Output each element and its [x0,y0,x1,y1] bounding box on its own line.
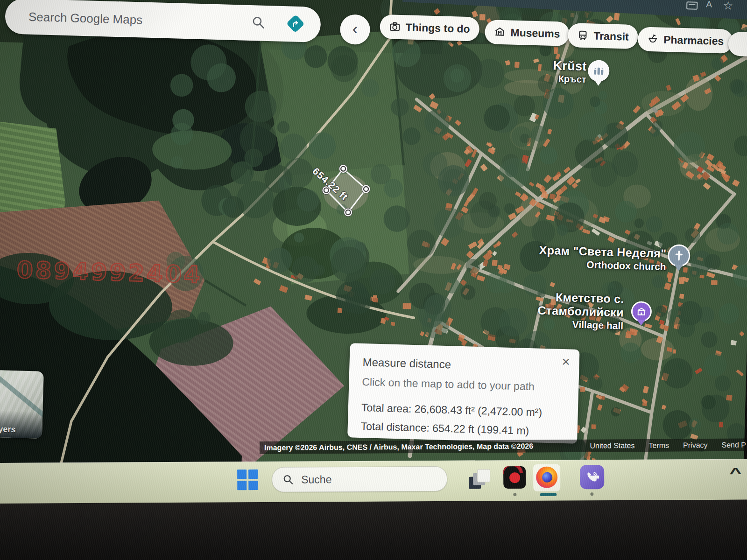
extensions-card-icon[interactable] [686,1,698,10]
poi-subtitle: Кръст [525,72,586,86]
media-app-icon[interactable] [503,466,526,489]
town-pin-icon[interactable] [588,60,610,82]
browser-screen: A ☆ ‹ [0,0,747,495]
poi-label-krust[interactable]: Krŭst Кръст [525,58,587,86]
poi-subtitle: Village hall [532,317,624,332]
imagery-credit: Imagery ©2026 Airbus, CNES / Airbus, Max… [260,442,533,452]
poi-label-orthodox-church[interactable]: Храм "Света Неделя" Orthodox church [529,243,666,273]
running-app-dot [590,492,593,496]
search-icon[interactable] [251,15,266,32]
watermark-phone-number: 0894992404 [16,256,203,288]
windows-logo-icon [237,469,247,479]
panel-title: Measure distance [362,356,566,374]
church-pin-icon[interactable] [668,244,691,267]
poi-title: Krŭst [526,58,587,74]
chip-label: Things to do [405,21,470,35]
chip-label: Museums [510,26,560,40]
total-area-value: Total area: 26,608.43 ft² (2,472.00 m²) [361,401,565,420]
viber-icon[interactable] [580,465,604,489]
privacy-link[interactable]: Privacy [683,441,708,449]
running-app-dot [513,493,516,496]
turn-arrow-icon [291,19,302,29]
firefox-active-indicator [540,493,557,496]
chip-pharmacies[interactable]: Pharmacies [637,27,733,54]
train-icon [577,30,589,42]
taskbar-search-box[interactable] [272,466,447,492]
windows-taskbar: ^ [0,459,747,504]
chip-museums[interactable]: Museums [485,20,570,46]
maps-search-input[interactable] [28,9,229,30]
total-distance-value: Total distance: 654.22 ft (199.41 m) [360,420,564,438]
send-feedback-link[interactable]: Send P [721,441,746,449]
directions-icon[interactable] [287,15,305,33]
search-icon [282,474,294,485]
taskbar-search-input[interactable] [300,472,423,486]
pharmacy-icon [647,34,659,45]
panel-hint: Click on the map to add to your path [362,376,566,394]
photo-of-monitor: A ☆ ‹ [0,0,747,560]
measure-distance-panel: × Measure distance Click on the map to a… [347,343,579,444]
task-view-button[interactable] [469,469,490,490]
chip-things-to-do[interactable]: Things to do [380,14,479,42]
terms-link[interactable]: Terms [648,441,669,449]
poi-label-village-hall[interactable]: Кметство с. Стамболийски Village hall [532,290,624,332]
layers-button[interactable]: Layers [0,370,44,439]
civic-pin-icon[interactable] [631,301,652,322]
chip-transit[interactable]: Transit [568,23,639,49]
chip-label: Pharmacies [663,33,724,48]
taskbar-overflow-chevron[interactable]: ^ [729,465,741,481]
attribution-region[interactable]: United States [590,441,634,450]
layers-label: Layers [0,424,16,435]
chip-label: Transit [593,29,629,43]
start-button[interactable] [237,469,258,490]
poi-title: Стамболийски [532,303,624,319]
firefox-icon[interactable] [533,464,560,491]
bookmark-star-icon[interactable]: ☆ [723,0,733,13]
camera-icon [389,21,401,33]
chevron-left-icon: ‹ [352,20,358,38]
museum-icon [494,27,506,38]
close-icon[interactable]: × [562,355,570,369]
monitor-bezel [0,499,747,560]
reader-icon[interactable]: A [706,0,712,10]
